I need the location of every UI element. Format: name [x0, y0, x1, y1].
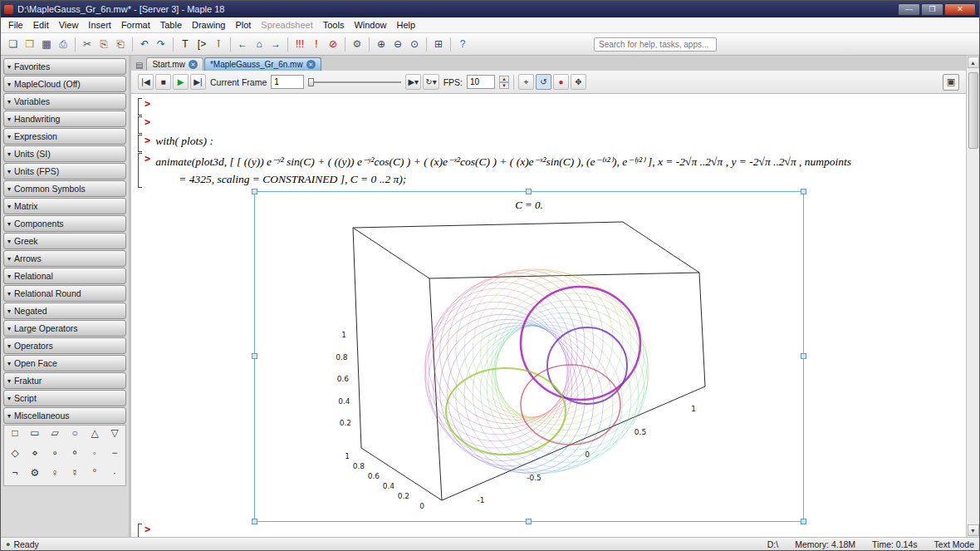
selection-handle[interactable] — [801, 189, 806, 194]
save-icon[interactable]: ▦ — [39, 37, 54, 52]
selection-handle[interactable] — [801, 519, 806, 524]
frame-input[interactable] — [271, 75, 304, 89]
palette-greek[interactable]: ▾Greek — [3, 233, 126, 249]
menu-item-view[interactable]: View — [54, 18, 84, 32]
menu-item-insert[interactable]: Insert — [83, 18, 116, 32]
palette-negated[interactable]: ▾Negated — [3, 303, 126, 319]
stepper-down-icon[interactable]: ▼ — [499, 82, 509, 89]
palette-handwriting[interactable]: ▾Handwriting — [3, 111, 126, 127]
misc-symbol-17[interactable]: ∙ — [105, 467, 125, 484]
palette-open-face[interactable]: ▾Open Face — [3, 355, 126, 371]
menu-item-edit[interactable]: Edit — [28, 18, 54, 32]
palette-miscellaneous[interactable]: ▾Miscellaneous — [3, 407, 126, 424]
palette-favorites[interactable]: ▾Favorites — [3, 58, 126, 75]
tab-start-mw[interactable]: Start.mw ✕ — [146, 57, 203, 71]
palette-relational-round[interactable]: ▾Relational Round — [3, 285, 126, 302]
menu-item-help[interactable]: Help — [392, 18, 421, 32]
misc-symbol-13[interactable]: ⚙ — [25, 467, 45, 484]
misc-symbol-7[interactable]: ⋄ — [25, 447, 45, 464]
status-mode[interactable]: Text Mode — [934, 539, 974, 549]
tab-maplegauss-gr-6n-mw[interactable]: *MapleGauss_Gr_6n.mw ✕ — [204, 57, 321, 71]
play-icon[interactable]: ▶ — [173, 74, 189, 90]
stepper-up-icon[interactable]: ▲ — [499, 76, 509, 82]
maximize-button[interactable]: ❐ — [921, 3, 943, 16]
fps-stepper[interactable]: ▲ ▼ — [499, 76, 509, 89]
menu-item-format[interactable]: Format — [116, 18, 155, 32]
frame-slider[interactable] — [308, 76, 401, 88]
redo-icon[interactable]: ↷ — [154, 37, 169, 52]
animate-command-input[interactable]: animate(plot3d, [ [ ((y)) e⁻ʸ² sin(C) + … — [155, 153, 851, 188]
execution-group-with-plots[interactable]: > with( plots) : — [138, 135, 966, 152]
selection-handle[interactable] — [526, 189, 532, 194]
selection-handle[interactable] — [801, 353, 806, 359]
palette-variables[interactable]: ▾Variables — [3, 93, 126, 110]
with-plots-input[interactable]: with( plots) : — [155, 135, 213, 152]
debug-icon[interactable]: ⚙ — [350, 37, 365, 52]
misc-symbol-10[interactable]: ◦ — [85, 447, 105, 464]
paste-icon[interactable]: ⎗ — [113, 37, 128, 52]
scrollbar-thumb[interactable] — [968, 72, 978, 149]
insert-table-icon[interactable]: ⊞ — [431, 37, 446, 52]
menu-item-tools[interactable]: Tools — [318, 18, 350, 32]
undo-icon[interactable]: ↶ — [137, 37, 152, 52]
zoom-in-icon[interactable]: ⊕ — [374, 37, 389, 52]
help-icon[interactable]: ? — [455, 37, 470, 52]
misc-symbol-6[interactable]: ◇ — [5, 447, 25, 464]
new-document-icon[interactable]: ❏ — [6, 37, 21, 52]
palette-operators[interactable]: ▾Operators — [3, 337, 126, 354]
palette-expression[interactable]: ▾Expression — [3, 128, 126, 145]
title-bar[interactable]: D:\MapleGauss_Gr_6n.mw* - [Server 3] - M… — [1, 1, 979, 17]
probe-icon[interactable]: ⌖ — [518, 74, 534, 90]
go-to-start-icon[interactable]: |◀ — [138, 74, 154, 90]
worksheet-list-icon[interactable]: ▤ — [133, 61, 145, 71]
execution-group[interactable]: > — [138, 524, 966, 537]
forward-icon[interactable]: → — [268, 37, 283, 52]
home-icon[interactable]: ⌂ — [252, 37, 267, 52]
go-to-end-icon[interactable]: ▶| — [190, 74, 206, 90]
misc-symbol-12[interactable]: ¬ — [5, 467, 25, 484]
menu-item-drawing[interactable]: Drawing — [187, 18, 230, 32]
palette-units-fps[interactable]: ▾Units (FPS) — [3, 163, 126, 180]
zoom-reset-icon[interactable]: ⊙ — [407, 37, 422, 52]
palette-relational[interactable]: ▾Relational — [3, 268, 126, 284]
play-direction-icon[interactable]: ▶▾ — [405, 74, 421, 90]
worksheet[interactable]: > > > with( plots) : > — [131, 94, 966, 537]
misc-symbol-0[interactable]: □ — [5, 427, 25, 444]
execution-group[interactable]: > — [138, 116, 966, 134]
menu-item-window[interactable]: Window — [349, 18, 391, 32]
interrupt-icon[interactable]: ⊘ — [326, 37, 341, 52]
cut-icon[interactable]: ✂ — [80, 37, 95, 52]
plot-panel-icon[interactable]: ▣ — [943, 74, 959, 91]
menu-item-file[interactable]: File — [3, 18, 28, 32]
selection-handle[interactable] — [252, 519, 257, 524]
insert-math-icon[interactable]: [> — [194, 37, 209, 52]
scroll-up-icon[interactable]: ▲ — [968, 57, 979, 68]
palette-large-operators[interactable]: ▾Large Operators — [3, 320, 126, 337]
pan-icon[interactable]: ✥ — [571, 74, 586, 90]
close-icon[interactable]: ✕ — [189, 60, 198, 69]
stop-icon[interactable]: ■ — [155, 74, 171, 90]
open-file-icon[interactable]: ❒ — [22, 37, 37, 52]
selection-handle[interactable] — [252, 353, 257, 359]
scroll-down-icon[interactable]: ▼ — [968, 524, 979, 536]
scale-icon[interactable]: ● — [553, 74, 569, 90]
misc-symbol-2[interactable]: ▱ — [45, 427, 65, 444]
search-input[interactable] — [594, 37, 717, 52]
palette-fraktur[interactable]: ▾Fraktur — [3, 372, 126, 389]
execute-all-icon[interactable]: !!! — [292, 37, 307, 52]
palette-common-symbols[interactable]: ▾Common Symbols — [3, 180, 126, 197]
misc-symbol-5[interactable]: ▽ — [105, 427, 125, 444]
palette-components[interactable]: ▾Components — [3, 215, 126, 232]
back-icon[interactable]: ← — [235, 37, 250, 52]
misc-symbol-16[interactable]: ° — [85, 467, 105, 484]
insert-text-icon[interactable]: T — [178, 37, 193, 52]
palette-arrows[interactable]: ▾Arrows — [3, 250, 126, 267]
menu-item-spreadsheet[interactable]: Spreadsheet — [256, 18, 317, 32]
misc-symbol-3[interactable]: ○ — [65, 427, 85, 444]
plot-3d-view[interactable]: 10.80.60.40.2 10.80.60.40.20 -1-0.500.51 — [255, 212, 803, 516]
misc-symbol-4[interactable]: △ — [85, 427, 105, 444]
plot-container[interactable]: C = 0. — [254, 191, 804, 522]
selection-handle[interactable] — [252, 189, 257, 194]
misc-symbol-9[interactable]: ⚬ — [65, 447, 85, 464]
rotate-icon[interactable]: ↺ — [536, 74, 551, 90]
